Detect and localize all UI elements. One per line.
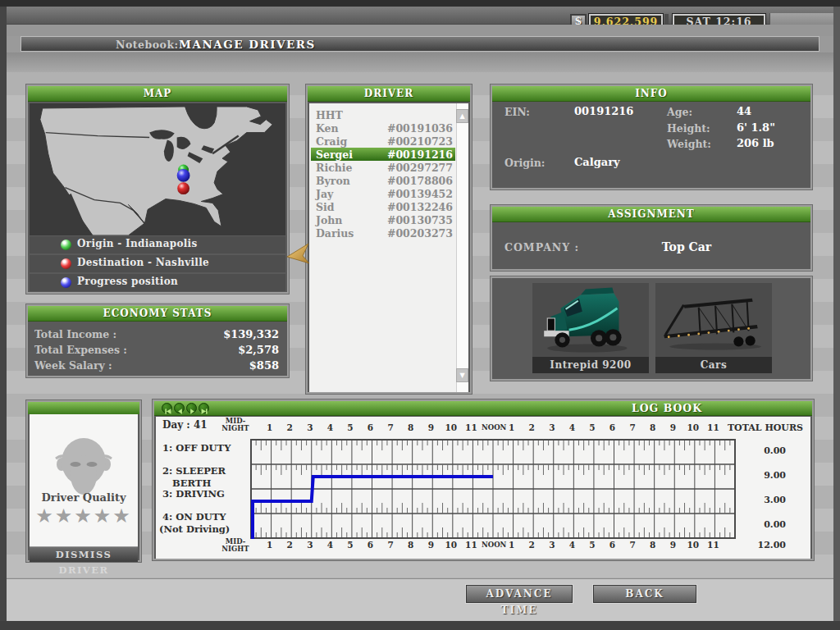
economy-row: Week Salary :$858: [28, 359, 287, 374]
hour-label: 8: [643, 422, 663, 432]
duty-row-label: 3: DRIVING: [162, 488, 225, 500]
hour-label: 6: [361, 422, 381, 432]
hour-label: 6: [361, 540, 381, 550]
truck-box[interactable]: Intrepid 9200: [532, 283, 649, 373]
quality-header: [28, 402, 139, 414]
legend-label: Origin - Indianapolis: [77, 238, 197, 249]
driver-name: Richie: [316, 162, 353, 174]
hour-label: 6: [603, 540, 623, 550]
hour-label: 7: [381, 422, 400, 432]
frame-band: [0, 52, 840, 72]
back-button[interactable]: BACK: [593, 585, 696, 603]
legend-label: Destination - Nashville: [77, 257, 209, 268]
company-label: COMPANY :: [504, 241, 579, 253]
driver-row[interactable]: John#00130735: [311, 213, 455, 226]
scroll-down-button[interactable]: ▼: [456, 368, 468, 382]
weight-label: Weight:: [667, 138, 711, 150]
driver-list-panel: DRIVER HHTKen#00191036Craig#00210723Serg…: [306, 84, 472, 394]
driver-name: Sergei: [316, 148, 353, 161]
main-content: MAP: [7, 72, 833, 578]
driver-avatar-icon: [54, 434, 113, 498]
hour-label: 4: [320, 540, 340, 550]
duty-status-line: [253, 477, 493, 539]
driver-quality-panel: Driver Quality ★★★★★ DISMISS DRIVER: [26, 400, 141, 562]
hour-label: 1: [260, 540, 280, 550]
driver-list: HHTKen#00191036Craig#00210723Sergei#0019…: [309, 103, 468, 392]
origin-label: Origin:: [504, 157, 545, 169]
advance-time-button[interactable]: ADVANCE TIME: [466, 585, 573, 603]
driver-row[interactable]: Richie#00297277: [311, 161, 455, 174]
hour-label: 10: [683, 422, 703, 432]
hour-label: NOON: [482, 422, 501, 433]
weight-value: 206 lb: [737, 137, 774, 149]
window-top-edge: [0, 0, 840, 7]
driver-id: #00132246: [387, 201, 453, 213]
driver-row[interactable]: Byron#00178806: [311, 174, 455, 187]
prev-day-button[interactable]: [174, 403, 185, 413]
ein-label: EIN:: [504, 106, 530, 118]
frame-band: [0, 25, 840, 36]
duty-row-total: 0.00: [722, 519, 786, 530]
duty-row-label2: BERTH: [172, 477, 211, 489]
hour-label: 4: [562, 422, 582, 432]
hour-label: 5: [340, 540, 360, 550]
driver-name: Craig: [316, 135, 347, 148]
midnight-label-top: MID-NIGHT: [215, 418, 256, 432]
hour-label: 3: [542, 540, 562, 550]
hour-label: 7: [623, 540, 642, 550]
trailer-box[interactable]: Cars: [655, 283, 772, 373]
driver-row[interactable]: Jay#00139452: [311, 187, 455, 200]
driver-row[interactable]: Sergei#00191216: [311, 148, 455, 161]
age-value: 44: [737, 105, 751, 117]
truck-image: [532, 283, 649, 357]
scroll-up-button[interactable]: ▲: [456, 109, 468, 123]
assignment-header: ASSIGNMENT: [492, 207, 810, 222]
info-header: INFO: [492, 86, 810, 102]
company-value: Top Car: [621, 240, 752, 253]
driver-id: #00130735: [387, 214, 453, 226]
economy-row-label: Week Salary :: [34, 359, 112, 372]
notebook-titlebar: Notebook: MANAGE DRIVERS: [21, 36, 819, 52]
economy-row-label: Total Income :: [34, 328, 116, 340]
driver-row[interactable]: Craig#00210723: [311, 135, 455, 148]
hour-label: 1: [502, 540, 522, 550]
hour-label: 5: [340, 422, 360, 432]
driver-name: Sid: [316, 201, 335, 213]
economy-row-value: $2,578: [238, 344, 279, 356]
driver-name: Byron: [316, 175, 350, 187]
duty-row-label2: (Not Driving): [159, 523, 230, 535]
route-map: [30, 103, 285, 235]
green-sphere: [61, 240, 71, 250]
driver-row[interactable]: Darius#00203273: [311, 226, 455, 240]
height-value: 6' 1.8": [737, 121, 775, 134]
last-day-button[interactable]: [199, 403, 209, 413]
hour-label: 2: [280, 422, 299, 432]
midnight-label-bottom: MID-NIGHT: [215, 538, 256, 553]
driver-id: #00191036: [387, 122, 453, 135]
hour-label: 4: [320, 422, 340, 432]
driver-id: #00178806: [387, 175, 453, 187]
duty-row-label: 1: OFF DUTY: [162, 442, 231, 454]
hour-label: 8: [401, 422, 421, 432]
dismiss-driver-button[interactable]: DISMISS DRIVER: [30, 546, 138, 562]
driver-row[interactable]: Ken#00191036: [311, 121, 455, 135]
red-sphere: [61, 258, 71, 269]
hour-label: 2: [280, 540, 299, 550]
legend-row: Destination - Nashville: [30, 255, 285, 272]
scrollbar-track[interactable]: [456, 103, 468, 392]
driver-row[interactable]: HHT: [311, 108, 455, 121]
hour-label: 5: [582, 422, 602, 432]
next-day-button[interactable]: [186, 403, 197, 413]
hour-label: 4: [562, 540, 582, 550]
trailer-caption: Cars: [655, 357, 772, 373]
age-label: Age:: [667, 106, 692, 118]
first-day-button[interactable]: [162, 403, 172, 413]
driver-row[interactable]: Sid#00132246: [311, 200, 455, 213]
hour-label: NOON: [482, 540, 501, 550]
hour-label: 5: [582, 540, 602, 550]
economy-row: Total Expenses :$2,578: [28, 344, 287, 358]
height-label: Height:: [667, 122, 710, 135]
notebook-label: Notebook:: [116, 39, 179, 51]
hour-label: 9: [421, 422, 441, 432]
hour-label: 3: [542, 422, 562, 432]
